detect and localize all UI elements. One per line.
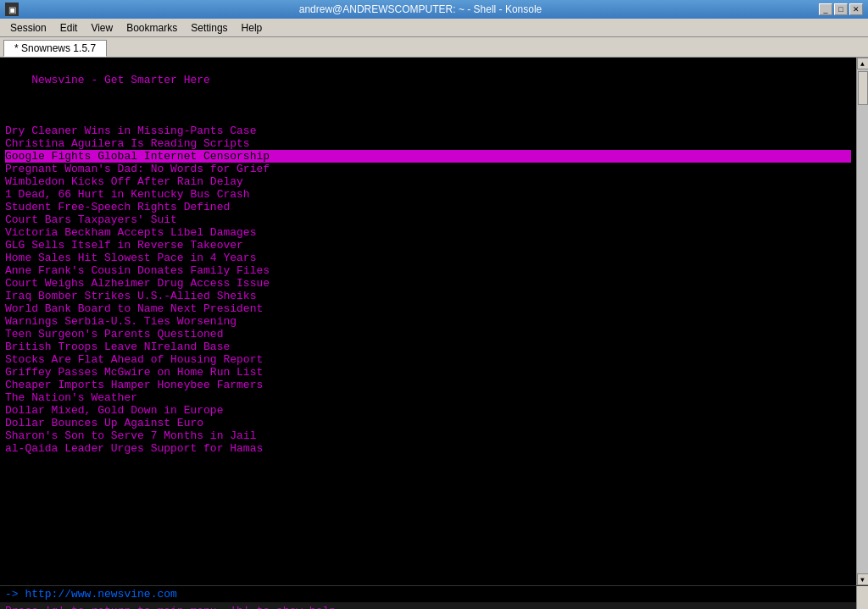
news-item[interactable]: Cheaper Imports Hamper Honeybee Farmers	[5, 379, 851, 391]
news-item[interactable]: World Bank Board to Name Next President	[5, 302, 851, 315]
status-text: Press 'q' to return to main menu, 'h' to…	[5, 605, 342, 610]
news-item[interactable]: Warnings Serbia-U.S. Ties Worsening	[5, 315, 851, 328]
menu-help[interactable]: Help	[235, 20, 270, 36]
terminal-header: Newsvine - Get Smarter Here	[31, 74, 210, 86]
news-item[interactable]: Christina Aguilera Is Reading Scripts	[5, 137, 851, 150]
scrollbar-vertical[interactable]: ▲ ▼	[856, 58, 868, 585]
tab-snownews[interactable]: * Snownews 1.5.7	[3, 40, 107, 57]
news-item[interactable]: Sharon's Son to Serve 7 Months in Jail	[5, 429, 851, 442]
news-item[interactable]: Teen Surgeon's Parents Questioned	[5, 328, 851, 340]
news-item[interactable]: Court Weighs Alzheimer Drug Access Issue	[5, 277, 851, 290]
news-item[interactable]: Dry Cleaner Wins in Missing-Pants Case	[5, 125, 851, 137]
bottom-status-bar: Press 'q' to return to main menu, 'h' to…	[0, 602, 868, 609]
url-status-bar: -> http://www.newsvine.com	[0, 585, 868, 602]
tab-bar: * Snownews 1.5.7	[0, 37, 868, 58]
scroll-up-button[interactable]: ▲	[857, 58, 869, 69]
news-item[interactable]: 1 Dead, 66 Hurt in Kentucky Bus Crash	[5, 188, 851, 201]
news-item[interactable]: British Troops Leave NIreland Base	[5, 340, 851, 353]
menu-settings[interactable]: Settings	[184, 20, 234, 36]
news-item[interactable]: GLG Sells Itself in Reverse Takeover	[5, 239, 851, 252]
tab-label: * Snownews 1.5.7	[14, 42, 96, 54]
news-item[interactable]: Victoria Beckham Accepts Libel Damages	[5, 226, 851, 239]
news-item[interactable]: Pregnant Woman's Dad: No Words for Grief	[5, 163, 851, 175]
news-item[interactable]: Home Sales Hit Slowest Pace in 4 Years	[5, 252, 851, 264]
scroll-down-button[interactable]: ▼	[857, 573, 869, 585]
minimize-button[interactable]: _	[819, 3, 832, 15]
news-item[interactable]: Iraq Bomber Strikes U.S.-Allied Sheiks	[5, 290, 851, 302]
news-item[interactable]: The Nation's Weather	[5, 391, 851, 404]
news-item[interactable]: Anne Frank's Cousin Donates Family Files	[5, 264, 851, 277]
menu-session[interactable]: Session	[3, 20, 53, 36]
news-item[interactable]: Google Fights Global Internet Censorship	[5, 150, 851, 163]
terminal-wrapper: Newsvine - Get Smarter Here Dry Cleaner …	[0, 58, 868, 585]
scrollbar-corner	[856, 602, 868, 609]
news-item[interactable]: Stocks Are Flat Ahead of Housing Report	[5, 353, 851, 366]
app-icon: ▣	[5, 3, 19, 16]
menu-edit[interactable]: Edit	[53, 20, 85, 36]
news-item[interactable]: Student Free-Speech Rights Defined	[5, 201, 851, 213]
title-bar-left: ▣	[5, 3, 22, 16]
scroll-thumb[interactable]	[858, 71, 868, 105]
news-item[interactable]: Griffey Passes McGwire on Home Run List	[5, 366, 851, 379]
scroll-track	[857, 69, 868, 573]
news-item[interactable]: Court Bars Taxpayers' Suit	[5, 213, 851, 226]
window-controls: _ □ ✕	[819, 3, 863, 15]
menu-bar: Session Edit View Bookmarks Settings Hel…	[0, 19, 868, 37]
menu-bookmarks[interactable]: Bookmarks	[120, 20, 184, 36]
news-item[interactable]: Dollar Mixed, Gold Down in Europe	[5, 404, 851, 417]
maximize-button[interactable]: □	[834, 3, 848, 15]
news-item[interactable]: Dollar Bounces Up Against Euro	[5, 417, 851, 429]
news-item[interactable]: Wimbledon Kicks Off After Rain Delay	[5, 175, 851, 188]
menu-view[interactable]: View	[84, 20, 120, 36]
close-button[interactable]: ✕	[849, 3, 863, 15]
window-title: andrew@ANDREWSCOMPUTER: ~ - Shell - Kons…	[22, 3, 819, 15]
terminal-output[interactable]: Newsvine - Get Smarter Here Dry Cleaner …	[0, 58, 856, 585]
news-list: Dry Cleaner Wins in Missing-Pants CaseCh…	[5, 125, 851, 455]
url-line: -> http://www.newsvine.com	[5, 588, 177, 601]
news-item[interactable]: al-Qaida Leader Urges Support for Hamas	[5, 442, 851, 455]
title-bar: ▣ andrew@ANDREWSCOMPUTER: ~ - Shell - Ko…	[0, 0, 868, 19]
